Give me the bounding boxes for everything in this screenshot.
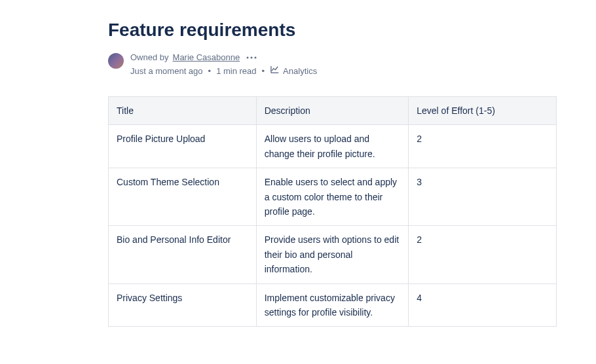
table-row: Privacy Settings Implement customizable …: [109, 283, 557, 327]
meta-line-info: Just a moment ago • 1 min read • Analyti…: [130, 65, 317, 77]
read-time: 1 min read: [216, 66, 256, 76]
analytics-link[interactable]: Analytics: [270, 65, 317, 77]
cell-description: Allow users to upload and change their p…: [256, 125, 409, 168]
cell-effort: 4: [409, 283, 557, 327]
table-row: Custom Theme Selection Enable users to s…: [109, 168, 557, 226]
page-meta: Owned by Marie Casabonne Just a moment a…: [108, 52, 557, 77]
meta-content: Owned by Marie Casabonne Just a moment a…: [130, 52, 317, 77]
cell-title: Bio and Personal Info Editor: [109, 226, 257, 283]
avatar[interactable]: [108, 53, 124, 69]
col-header-effort: Level of Effort (1-5): [409, 97, 557, 125]
cell-description: Enable users to select and apply a custo…: [256, 168, 409, 226]
requirements-table: Title Description Level of Effort (1-5) …: [108, 96, 557, 327]
cell-effort: 2: [409, 226, 557, 283]
col-header-description: Description: [256, 97, 409, 125]
cell-description: Provide users with options to edit their…: [256, 226, 409, 283]
page-title: Feature requirements: [108, 20, 557, 41]
cell-title: Profile Picture Upload: [109, 125, 257, 168]
col-header-title: Title: [109, 97, 257, 125]
cell-title: Custom Theme Selection: [109, 168, 257, 226]
table-row: Bio and Personal Info Editor Provide use…: [109, 226, 557, 283]
cell-description: Implement customizable privacy settings …: [256, 283, 409, 327]
cell-effort: 2: [409, 125, 557, 168]
svg-point-1: [251, 56, 253, 58]
svg-point-2: [255, 56, 257, 58]
table-header-row: Title Description Level of Effort (1-5): [109, 97, 557, 125]
timestamp: Just a moment ago: [130, 66, 203, 76]
svg-point-0: [247, 56, 249, 58]
author-link[interactable]: Marie Casabonne: [173, 52, 240, 62]
separator-dot: •: [262, 66, 265, 76]
analytics-label: Analytics: [283, 66, 317, 76]
analytics-icon: [270, 65, 280, 77]
meta-line-owner: Owned by Marie Casabonne: [130, 52, 317, 62]
separator-dot: •: [208, 66, 212, 76]
more-icon[interactable]: [244, 56, 257, 59]
owned-by-label: Owned by: [130, 52, 169, 62]
table-row: Profile Picture Upload Allow users to up…: [109, 125, 557, 168]
cell-effort: 3: [409, 168, 557, 226]
cell-title: Privacy Settings: [109, 283, 257, 327]
